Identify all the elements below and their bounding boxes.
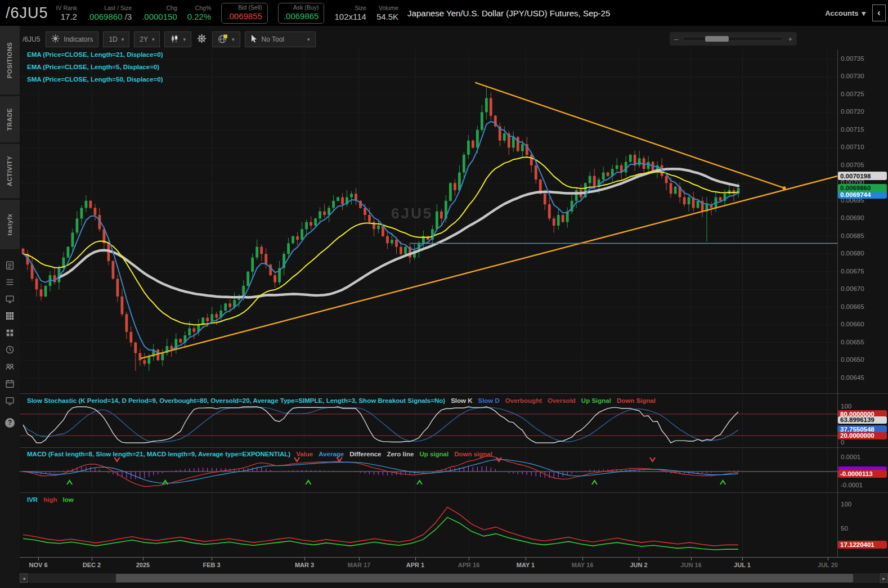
bid-sell--field[interactable]: Bid (Sell).0069855 xyxy=(221,3,268,24)
chart-icon[interactable] xyxy=(0,308,20,324)
legend-item: high xyxy=(43,496,57,503)
sidebar-tab-label: ACTIVITY xyxy=(7,156,14,186)
time-tick-label: FEB 3 xyxy=(192,562,231,568)
ivr-study-label[interactable]: IVR xyxy=(27,496,38,503)
field-label: Ask (Buy) xyxy=(284,4,319,11)
watchlist-icon[interactable] xyxy=(0,274,20,290)
cursor-arrow-icon xyxy=(250,34,258,44)
field-label: IV Rank xyxy=(56,5,77,12)
study-label-2[interactable]: SMA (Price=CLOSE, Length=50, Displace=0) xyxy=(27,73,163,86)
range-dropdown[interactable]: 2Y ▾ xyxy=(134,32,160,47)
field-value: .0069865 xyxy=(284,11,319,21)
chart-icon xyxy=(5,311,15,321)
scroll-left-button[interactable]: ◂ xyxy=(20,573,28,583)
chevron-down-icon: ▾ xyxy=(152,37,155,42)
pane-separator xyxy=(20,393,888,394)
zoom-slider[interactable]: – + xyxy=(670,32,797,46)
macd-study-label[interactable]: MACD (Fast length=8, Slow length=21, MAC… xyxy=(27,451,290,457)
price-tick-label: 0.00715 xyxy=(841,126,864,133)
collapse-panel-button[interactable]: ‹ xyxy=(872,5,886,21)
ivr-value-badge: 17.1220401 xyxy=(838,541,887,549)
ivr-pane[interactable] xyxy=(20,493,837,557)
chart-settings-button[interactable] xyxy=(196,32,208,47)
legend-item: Slow D xyxy=(478,397,499,404)
community-icon[interactable] xyxy=(0,358,20,374)
timeframe-dropdown[interactable]: 1D ▾ xyxy=(103,32,129,47)
calendar-icon[interactable] xyxy=(0,375,20,391)
time-tick-label: MAR 17 xyxy=(339,562,379,568)
last-price-badge: 0.0069860 xyxy=(838,184,887,192)
left-sidebar: POSITIONSTRADEACTIVITYtastyfx ? xyxy=(0,26,20,588)
chart-scrollbar[interactable]: ◂ ▸ xyxy=(20,573,888,583)
scroll-right-button[interactable]: ▸ xyxy=(880,573,888,583)
chart-type-dropdown[interactable]: ▾ xyxy=(164,32,191,47)
trendline-1[interactable] xyxy=(141,176,837,358)
monitor-icon[interactable] xyxy=(0,291,20,307)
stochastic-legend: Slow Stochastic (K Period=14, D Period=9… xyxy=(27,397,656,404)
candlestick-chart-icon xyxy=(170,34,179,45)
stoch-axis-label: 0 xyxy=(841,439,844,446)
drawing-tool-dropdown[interactable]: No Tool ▾ xyxy=(245,32,316,47)
quote-fields: IV Rank17.2Last / Size.0069860 /3Chg.000… xyxy=(56,3,399,24)
zoom-slider-track[interactable] xyxy=(683,37,783,41)
sidebar-tab-tastyfx[interactable]: tastyfx xyxy=(0,200,20,249)
up-signal-arrow xyxy=(306,481,311,484)
sidebar-tab-trade[interactable]: TRADE xyxy=(0,96,20,142)
macd-axis-label: 0.0001 xyxy=(841,454,860,460)
field-value: .0069855 xyxy=(227,11,262,21)
price-tick-label: 0.00685 xyxy=(841,232,864,239)
price-tick-label: 0.00690 xyxy=(841,214,864,221)
watchlist-icon xyxy=(5,277,15,287)
sidebar-tabs: POSITIONSTRADEACTIVITYtastyfx xyxy=(0,26,20,249)
globe-grid-icon xyxy=(218,34,228,46)
field-suffix: /3 xyxy=(122,12,132,21)
iv-rank-field: IV Rank17.2 xyxy=(56,5,77,22)
price-axis-border xyxy=(837,50,838,557)
apps-grid-icon[interactable] xyxy=(0,325,20,340)
price-chart[interactable]: 6JU5 xyxy=(20,50,837,394)
zoom-slider-thumb[interactable] xyxy=(705,36,729,42)
stochastic-study-label[interactable]: Slow Stochastic (K Period=14, D Period=9… xyxy=(27,397,445,404)
chevron-down-icon: ▾ xyxy=(122,37,124,42)
compare-symbol-dropdown[interactable]: ▾ xyxy=(212,32,240,47)
pane-separator xyxy=(20,492,888,493)
down-signal-arrow xyxy=(114,457,119,461)
sidebar-tab-positions[interactable]: POSITIONS xyxy=(0,26,20,95)
ivr-legend: IVRhighlow xyxy=(27,496,74,503)
accounts-menu[interactable]: Accounts ▾ xyxy=(825,9,865,17)
trendline-0[interactable] xyxy=(475,83,784,188)
chg-field: Chg.0000150 xyxy=(142,5,177,22)
sidebar-icons: ? xyxy=(0,257,20,430)
field-label: Volume xyxy=(376,5,398,12)
screenshare-icon[interactable] xyxy=(0,392,20,408)
ivr-axis-label: 100 xyxy=(841,501,851,508)
field-value: 102x114 xyxy=(334,12,366,22)
scrollbar-track[interactable] xyxy=(29,573,879,583)
sidebar-tab-label: tastyfx xyxy=(7,214,14,236)
indicators-burst-icon xyxy=(51,34,60,44)
history-icon[interactable] xyxy=(0,342,20,357)
indicators-button[interactable]: Indicators xyxy=(46,32,98,47)
zoom-in-icon[interactable]: + xyxy=(788,35,792,43)
time-tick xyxy=(304,558,305,560)
price-studies-legend: EMA (Price=CLOSE, Length=21, Displace=0)… xyxy=(27,48,163,86)
scrollbar-thumb[interactable] xyxy=(116,574,853,582)
field-label: Chg% xyxy=(187,5,212,12)
help-icon[interactable]: ? xyxy=(0,415,20,430)
trading-platform: /6JU5 IV Rank17.2Last / Size.0069860 /3C… xyxy=(0,0,888,588)
indicators-label: Indicators xyxy=(64,35,93,43)
study-label-0[interactable]: EMA (Price=CLOSE, Length=21, Displace=0) xyxy=(27,48,163,61)
ask-buy--field[interactable]: Ask (Buy).0069865 xyxy=(278,3,325,24)
last-size-field: Last / Size.0069860 /3 xyxy=(87,5,132,22)
study-label-1[interactable]: EMA (Price=CLOSE, Length=5, Displace=0) xyxy=(27,61,163,73)
down-signal-arrow xyxy=(294,457,299,461)
sidebar-tab-activity[interactable]: ACTIVITY xyxy=(0,144,20,198)
calendar-icon xyxy=(5,379,15,388)
legend-item: Zero line xyxy=(387,451,414,457)
legend-item: Overbought xyxy=(505,397,542,404)
header: /6JU5 IV Rank17.2Last / Size.0069860 /3C… xyxy=(0,0,888,26)
journal-icon[interactable] xyxy=(0,257,20,273)
zoom-out-icon[interactable]: – xyxy=(674,35,678,43)
up-signal-arrow xyxy=(67,481,72,484)
price-tick-label: 0.00725 xyxy=(841,91,864,97)
